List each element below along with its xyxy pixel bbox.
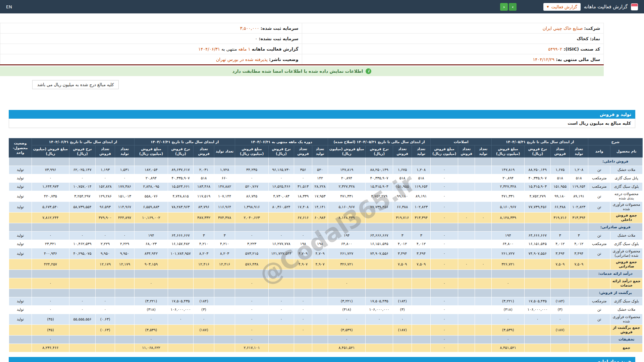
cell	[168, 223, 194, 231]
value-cell	[458, 278, 475, 289]
value-cell: ۸,۱۲۸,۳۳۹	[492, 212, 525, 223]
status-cell: تولید	[9, 297, 32, 305]
value-cell	[475, 297, 492, 305]
column-header: تعداد فروش	[551, 145, 570, 157]
cell	[412, 157, 431, 166]
value-cell: ۶,۵۵۹,۸۸۳	[135, 201, 168, 212]
cell	[412, 223, 431, 231]
value-cell	[115, 305, 135, 314]
product-name-cell: محصولات فرآوری شده (صادراتی)	[610, 248, 643, 259]
column-group-header: از ابتدای سال مالی تا تاریخ ۱۴۰۴/۰۵/۳۱	[492, 138, 588, 145]
value-cell: ۰	[431, 259, 458, 269]
value-cell: ۱,۵۳۱	[115, 166, 135, 174]
value-cell: ۰	[69, 305, 96, 314]
isic-field: کد صنعت (ISIC): ۵۴۹۹۰۲	[302, 44, 604, 54]
table-body: فروش داخلی:ملات خشکتن۱,۲۰۸۱,۶۷۵۸۸,۲۵۰,۱۴…	[9, 157, 643, 352]
value-cell: ۰	[294, 174, 312, 182]
value-cell	[475, 248, 492, 259]
language-toggle[interactable]: EN	[6, 4, 12, 9]
value-cell: ۰	[69, 231, 96, 240]
total-row: جمع فروش صادراتی۷,۵۰۹۷,۵۰۹۳۲۶,۷۲۱۰۰۰۷,۵۰…	[9, 259, 643, 269]
nav-next-button[interactable]: ›	[509, 3, 517, 11]
value-cell: ۰	[269, 297, 294, 305]
value-cell	[525, 259, 551, 269]
value-cell: ۰	[294, 231, 312, 240]
registered-capital-field: سرمایه ثبت شده: ۳,۵۰۰,۰۰۰	[0, 23, 302, 34]
column-header: تعداد فروش	[294, 145, 312, 157]
report-type-dropdown[interactable]: گزارش فعالیت ▼	[543, 3, 580, 11]
value-cell: ۰	[235, 231, 269, 240]
value-cell: ۰	[431, 166, 458, 174]
value-cell: ۱۷,۴۰۸	[294, 201, 312, 212]
value-cell: ۶۴,۶۶۶,۶۶۷	[168, 231, 194, 240]
cell	[551, 223, 570, 231]
value-cell	[458, 248, 475, 259]
value-cell	[115, 324, 135, 335]
info-value: ۱۴۰۴/۰۶/۳۱	[198, 47, 220, 52]
cell	[96, 269, 115, 278]
value-cell: ۰	[475, 259, 492, 269]
info-row: شرکت: صنایع خاک چيني ايران سرمایه ثبت شد…	[0, 23, 604, 34]
nav-prev-button[interactable]: ‹	[500, 3, 508, 11]
value-cell: ۱۵۱,۹۵۵	[551, 182, 570, 191]
cell	[328, 269, 366, 278]
value-cell	[294, 335, 312, 344]
status-cell: تولید	[9, 248, 32, 259]
total-row: جمع درآمد ارائه خدمات۰۰۰۰۰۰	[9, 278, 643, 289]
value-cell	[458, 240, 475, 248]
value-cell: ۱۶,۱۵۷,۴۸۲	[168, 240, 194, 248]
value-cell: ۱۵,۵۲۳,۶۶۱	[168, 182, 194, 191]
section-row: برگشت از فروش:	[9, 289, 643, 297]
value-cell	[69, 324, 96, 335]
value-cell: ۱۷۷,۳۸۶	[115, 182, 135, 191]
value-cell: ۰	[32, 305, 69, 314]
company-name-link[interactable]: صنایع خاک چيني ايران	[543, 26, 583, 31]
value-cell: ۸۳,۷۹۶	[194, 201, 214, 212]
value-cell	[588, 278, 610, 289]
status-cell: تولید	[9, 201, 32, 212]
info-icon: i	[366, 68, 371, 74]
value-cell: (۱۸۴)	[551, 297, 570, 305]
value-cell: ۴۰۰,۹۳۶	[32, 248, 69, 259]
table-row: پانل سبک گازیمترمکعب۵۱۸۵۱۸۴۰,۳۳۵,۹۰۷۲۰,۸…	[9, 174, 643, 182]
column-header: تعداد فروش	[458, 145, 475, 157]
value-cell: ۴,۷۴۸,۸۱۵	[168, 191, 194, 201]
section-row: فروش صادراتی:	[9, 223, 643, 231]
value-cell: ۰	[96, 305, 115, 314]
product-name-cell: ملات خشک	[610, 305, 643, 314]
value-cell	[69, 344, 96, 352]
cell	[96, 157, 115, 166]
value-cell: ۵۸,۷۳۹,۵۵۴	[69, 201, 96, 212]
column-header: تعداد تولید	[475, 145, 492, 157]
product-name-cell: ملات خشک	[610, 166, 643, 174]
value-cell: ۱۰۲,۸۲۳	[570, 201, 588, 212]
value-cell: تن	[588, 248, 610, 259]
column-header: تعداد فروش	[96, 145, 115, 157]
cell	[412, 289, 431, 297]
column-header: نرخ فروش (ریال)	[366, 145, 393, 157]
cell	[570, 223, 588, 231]
value-cell: ۰	[525, 314, 551, 324]
status-cell	[9, 212, 32, 223]
value-cell	[458, 191, 475, 201]
cell	[115, 223, 135, 231]
value-cell: (۳,۲۲۱)	[135, 297, 168, 305]
section-label: فروش داخلی:	[588, 157, 643, 166]
cell	[328, 157, 366, 166]
value-cell: ۵۱۸	[551, 174, 570, 182]
value-cell: ۰	[431, 201, 458, 212]
value-cell: (۱۸۴)	[194, 297, 214, 305]
value-cell: ۴۷۱,۳۳۱	[328, 191, 366, 201]
cell	[366, 289, 393, 297]
column-group-header: اصلاحات	[431, 138, 492, 145]
value-cell	[115, 344, 135, 352]
value-cell: (۳)	[551, 305, 570, 314]
cell	[294, 157, 312, 166]
value-cell: ۰	[366, 314, 393, 324]
cell	[269, 223, 294, 231]
value-cell	[194, 344, 214, 352]
value-cell	[294, 344, 312, 352]
status-cell: تولید	[9, 314, 32, 324]
value-cell	[412, 324, 431, 335]
value-cell	[475, 240, 492, 248]
